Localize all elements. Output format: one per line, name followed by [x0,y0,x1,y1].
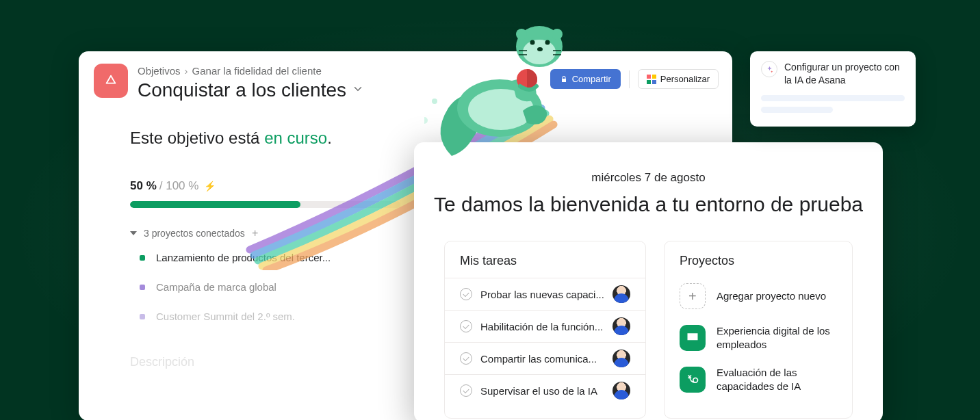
my-tasks-panel: Mis tareas Probar las nuevas capaci... H… [444,241,646,419]
svg-point-7 [530,40,535,45]
add-project-button[interactable]: + Agregar proyecto nuevo [680,283,837,309]
check-circle-icon[interactable] [460,288,472,300]
task-label: Compartir las comunica... [480,353,604,365]
customize-label: Personalizar [660,74,710,84]
avatar[interactable] [612,317,630,335]
bullet-icon [140,255,145,261]
avatar[interactable] [612,350,630,367]
project-label: Evaluación de las capacidades de IA [717,366,833,393]
share-button[interactable]: Compartir [550,69,621,89]
progress-bar [130,201,400,208]
strategy-icon [680,367,706,393]
project-label: Experiencia digital de los empleados [717,324,833,351]
customize-button[interactable]: Personalizar [638,69,719,89]
customize-icon [647,75,656,84]
share-label: Compartir [572,74,611,84]
check-circle-icon[interactable] [460,352,472,365]
dashboard-date: miércoles 7 de agosto [414,171,883,185]
breadcrumb-current[interactable]: Ganar la fidelidad del cliente [192,65,322,77]
plus-icon: + [680,283,706,309]
svg-point-6 [552,29,563,40]
projects-title: Proyectos [665,254,852,278]
project-item[interactable]: Experiencia digital de los empleados [680,324,837,351]
task-label: Habilitación de la función... [480,321,604,332]
goal-icon [94,64,128,98]
check-circle-icon[interactable] [460,384,472,397]
svg-point-5 [516,29,527,40]
lock-icon [560,75,568,83]
task-row[interactable]: Probar las nuevas capaci... [445,278,645,310]
bolt-icon: ⚡ [204,181,216,192]
status-suffix: . [327,129,332,147]
status-prefix: Este objetivo está [130,129,264,147]
avatar[interactable] [612,285,630,303]
progress-max: / 100 % [159,179,199,193]
chevron-down-icon[interactable] [352,83,364,98]
caret-down-icon[interactable] [130,231,137,235]
project-item[interactable]: Evaluación de las capacidades de IA [680,366,837,393]
task-row[interactable]: Supervisar el uso de la IA [445,374,645,406]
sparkle-icon [761,61,777,77]
projects-panel: Proyectos + Agregar proyecto nuevo Exper… [664,241,853,419]
dashboard-welcome: Te damos la bienvenida a tu entorno de p… [414,193,883,216]
bullet-icon [140,285,145,290]
avatar[interactable] [612,382,630,399]
breadcrumb-root[interactable]: Objetivos [138,65,181,77]
bullet-icon [140,314,145,319]
task-label: Supervisar el uso de la IA [480,385,604,397]
check-circle-icon[interactable] [460,320,472,332]
task-row[interactable]: Habilitación de la función... [445,310,645,342]
dashboard-card: miércoles 7 de agosto Te damos la bienve… [414,142,883,420]
chevron-right-icon: › [185,65,188,77]
separator [629,70,630,88]
add-project-label: Agregar proyecto nuevo [717,289,826,303]
status-accent: en curso [264,129,327,147]
add-connected-project-button[interactable]: + [252,227,258,239]
my-tasks-title: Mis tareas [445,254,645,278]
progress-current: 50 % [130,179,157,193]
task-row[interactable]: Compartir las comunica... [445,342,645,374]
task-label: Probar las nuevas capaci... [480,289,604,300]
ai-config-card[interactable]: Configurar un proyecto con la IA de Asan… [750,51,916,127]
connected-projects-label[interactable]: 3 proyectos conectados [144,228,245,239]
monitor-icon [680,325,706,351]
objective-title: Conquistar a los clientes [138,79,346,101]
skeleton-lines [761,95,905,113]
ai-config-text: Configurar un proyecto con la IA de Asan… [784,61,905,87]
svg-point-8 [545,40,550,45]
